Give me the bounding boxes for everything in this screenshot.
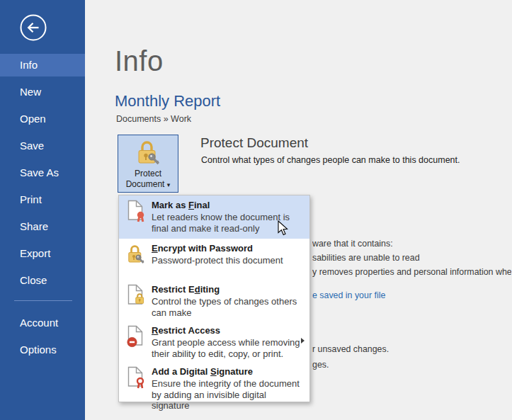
sidebar-item-save[interactable]: Save [0, 135, 85, 157]
document-title: Monthly Report [115, 92, 220, 110]
menu-item-restrict-access[interactable]: Restrict Access Grant people access whil… [119, 321, 309, 362]
protect-section-description: Control what types of changes people can… [201, 155, 460, 165]
sidebar-divider [14, 300, 72, 301]
menu-item-title: Restrict Editing [152, 284, 304, 295]
menu-item-description: Ensure the integrity of the document by … [152, 378, 304, 412]
word-backstage-info-view: Info New Open Save Save As Print Share E… [0, 0, 512, 420]
protect-button-label-line1: Protect [118, 169, 178, 179]
menu-item-description: Password-protect this document [152, 255, 304, 266]
background-text-fragment: ware that it contains: [312, 239, 511, 249]
submenu-arrow-icon [301, 338, 305, 344]
sidebar-item-share[interactable]: Share [0, 215, 85, 238]
sidebar-item-print[interactable]: Print [0, 188, 85, 211]
menu-item-mark-as-final[interactable]: Mark as Final Let readers know the docum… [119, 195, 309, 239]
menu-item-description: Let readers know the document is final a… [152, 212, 304, 234]
menu-item-restrict-editing[interactable]: Restrict Editing Control the types of ch… [119, 280, 309, 321]
menu-item-encrypt-with-password[interactable]: Encrypt with Password Password-protect t… [119, 239, 309, 280]
background-text-fragment: r unsaved changes. [312, 344, 511, 354]
sidebar-item-options[interactable]: Options [0, 339, 85, 361]
sidebar-item-new[interactable]: New [0, 81, 85, 103]
protect-button-label-line2: Document [126, 179, 165, 189]
menu-item-description: Control the types of changes others can … [152, 296, 304, 318]
sidebar-item-close[interactable]: Close [0, 269, 85, 292]
menu-item-title: Add a Digital Signature [152, 366, 304, 377]
protect-document-button[interactable]: Protect Document ▾ [118, 135, 178, 193]
dropdown-caret-icon: ▾ [167, 181, 171, 188]
backstage-sidebar: Info New Open Save Save As Print Share E… [0, 0, 85, 420]
padlock-with-key-icon [134, 139, 162, 166]
menu-item-title: Restrict Access [152, 325, 304, 336]
menu-item-description: Grant people access while removing their… [152, 337, 304, 359]
sidebar-item-export[interactable]: Export [0, 242, 85, 265]
document-with-red-seal-icon [126, 200, 145, 223]
page-title: Info [115, 45, 164, 77]
protect-document-dropdown: Mark as Final Let readers know the docum… [118, 195, 310, 402]
background-text-fragment: sabilities are unable to read [312, 253, 511, 263]
background-text-fragment: y removes properties and personal inform… [312, 267, 511, 277]
allow-info-saved-link[interactable]: e saved in your file [312, 290, 511, 300]
menu-item-title: Encrypt with Password [152, 243, 304, 254]
back-arrow-icon [19, 13, 47, 42]
background-text-fragment: ges. [312, 360, 511, 370]
menu-item-title: Mark as Final [152, 200, 304, 210]
protect-section-heading: Protect Document [200, 135, 308, 151]
sidebar-item-save-as[interactable]: Save As [0, 161, 85, 184]
document-with-seal-outline-icon [126, 366, 145, 390]
sidebar-item-info[interactable]: Info [0, 54, 85, 76]
back-button[interactable] [19, 13, 47, 42]
breadcrumb: Documents » Work [116, 114, 191, 124]
menu-item-add-digital-signature[interactable]: Add a Digital Signature Ensure the integ… [119, 362, 309, 403]
document-with-no-entry-icon [126, 325, 145, 348]
sidebar-item-open[interactable]: Open [0, 108, 85, 130]
sidebar-item-account[interactable]: Account [0, 312, 85, 334]
padlock-with-key-icon [126, 243, 145, 266]
document-with-padlock-icon [126, 284, 145, 307]
